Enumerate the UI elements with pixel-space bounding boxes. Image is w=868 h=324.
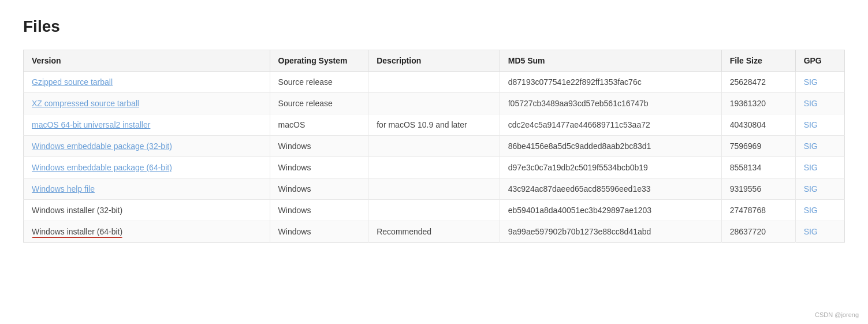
cell-version: Windows installer (32-bit) bbox=[24, 200, 270, 221]
cell-version: Windows installer (64-bit) bbox=[24, 221, 270, 243]
cell-description bbox=[368, 200, 500, 221]
version-link[interactable]: XZ compressed source tarball bbox=[32, 99, 139, 108]
col-header-description: Description bbox=[368, 50, 500, 72]
table-row: Windows installer (64-bit)WindowsRecomme… bbox=[24, 221, 845, 243]
table-header-row: Version Operating System Description MD5… bbox=[24, 50, 845, 72]
table-row: Gzipped source tarballSource released871… bbox=[24, 72, 845, 93]
table-row: macOS 64-bit universal2 installermacOSfo… bbox=[24, 114, 845, 136]
table-row: XZ compressed source tarballSource relea… bbox=[24, 93, 845, 114]
sig-link[interactable]: SIG bbox=[804, 206, 818, 215]
cell-version: macOS 64-bit universal2 installer bbox=[24, 114, 270, 136]
cell-os: Windows bbox=[270, 221, 368, 243]
cell-description bbox=[368, 157, 500, 178]
sig-link[interactable]: SIG bbox=[804, 99, 818, 108]
cell-description bbox=[368, 93, 500, 114]
table-row: Windows embeddable package (64-bit)Windo… bbox=[24, 157, 845, 178]
version-link[interactable]: Windows embeddable package (32-bit) bbox=[32, 141, 172, 151]
cell-os: Source release bbox=[270, 93, 368, 114]
cell-filesize: 19361320 bbox=[721, 93, 795, 114]
cell-md5: d97e3c0c7a19db2c5019f5534bcb0b19 bbox=[500, 157, 721, 178]
sig-link[interactable]: SIG bbox=[804, 184, 818, 193]
cell-filesize: 8558134 bbox=[721, 157, 795, 178]
cell-md5: f05727cb3489aa93cd57eb561c16747b bbox=[500, 93, 721, 114]
version-text-underlined: Windows installer (64-bit) bbox=[32, 227, 122, 236]
cell-gpg: SIG bbox=[795, 136, 844, 157]
sig-link[interactable]: SIG bbox=[804, 227, 818, 236]
cell-md5: eb59401a8da40051ec3b429897ae1203 bbox=[500, 200, 721, 221]
version-link[interactable]: Gzipped source tarball bbox=[32, 77, 113, 87]
sig-link[interactable]: SIG bbox=[804, 163, 818, 172]
cell-gpg: SIG bbox=[795, 178, 844, 200]
cell-md5: 9a99ae597902b70b1273e88cc8d41abd bbox=[500, 221, 721, 243]
cell-version: Windows embeddable package (64-bit) bbox=[24, 157, 270, 178]
col-header-filesize: File Size bbox=[721, 50, 795, 72]
cell-os: Windows bbox=[270, 136, 368, 157]
cell-description: for macOS 10.9 and later bbox=[368, 114, 500, 136]
cell-filesize: 9319556 bbox=[721, 178, 795, 200]
cell-filesize: 40430804 bbox=[721, 114, 795, 136]
cell-md5: d87193c077541e22f892ff1353fac76c bbox=[500, 72, 721, 93]
cell-gpg: SIG bbox=[795, 221, 844, 243]
version-link[interactable]: Windows embeddable package (64-bit) bbox=[32, 163, 172, 172]
cell-os: Windows bbox=[270, 157, 368, 178]
version-link[interactable]: Windows help file bbox=[32, 184, 95, 193]
sig-link[interactable]: SIG bbox=[804, 77, 818, 87]
cell-filesize: 28637720 bbox=[721, 221, 795, 243]
cell-os: Windows bbox=[270, 200, 368, 221]
cell-description: Recommended bbox=[368, 221, 500, 243]
cell-version: Gzipped source tarball bbox=[24, 72, 270, 93]
cell-os: macOS bbox=[270, 114, 368, 136]
col-header-version: Version bbox=[24, 50, 270, 72]
cell-version: Windows embeddable package (32-bit) bbox=[24, 136, 270, 157]
col-header-md5: MD5 Sum bbox=[500, 50, 721, 72]
cell-version: Windows help file bbox=[24, 178, 270, 200]
table-row: Windows help fileWindows43c924ac87daeed6… bbox=[24, 178, 845, 200]
sig-link[interactable]: SIG bbox=[804, 120, 818, 129]
cell-filesize: 7596969 bbox=[721, 136, 795, 157]
cell-md5: cdc2e4c5a91477ae446689711c53aa72 bbox=[500, 114, 721, 136]
sig-link[interactable]: SIG bbox=[804, 141, 818, 151]
col-header-gpg: GPG bbox=[795, 50, 844, 72]
cell-md5: 86be4156e8a5d5c9added8aab2bc83d1 bbox=[500, 136, 721, 157]
table-row: Windows installer (32-bit)Windowseb59401… bbox=[24, 200, 845, 221]
cell-description bbox=[368, 136, 500, 157]
cell-gpg: SIG bbox=[795, 200, 844, 221]
files-table: Version Operating System Description MD5… bbox=[23, 50, 845, 243]
version-link[interactable]: macOS 64-bit universal2 installer bbox=[32, 120, 150, 129]
cell-gpg: SIG bbox=[795, 72, 844, 93]
cell-md5: 43c924ac87daeed65acd85596eed1e33 bbox=[500, 178, 721, 200]
cell-gpg: SIG bbox=[795, 93, 844, 114]
cell-version: XZ compressed source tarball bbox=[24, 93, 270, 114]
cell-os: Windows bbox=[270, 178, 368, 200]
cell-gpg: SIG bbox=[795, 114, 844, 136]
cell-filesize: 27478768 bbox=[721, 200, 795, 221]
table-row: Windows embeddable package (32-bit)Windo… bbox=[24, 136, 845, 157]
cell-description bbox=[368, 72, 500, 93]
cell-description bbox=[368, 178, 500, 200]
page-title: Files bbox=[23, 17, 845, 36]
cell-os: Source release bbox=[270, 72, 368, 93]
col-header-os: Operating System bbox=[270, 50, 368, 72]
cell-filesize: 25628472 bbox=[721, 72, 795, 93]
cell-gpg: SIG bbox=[795, 157, 844, 178]
